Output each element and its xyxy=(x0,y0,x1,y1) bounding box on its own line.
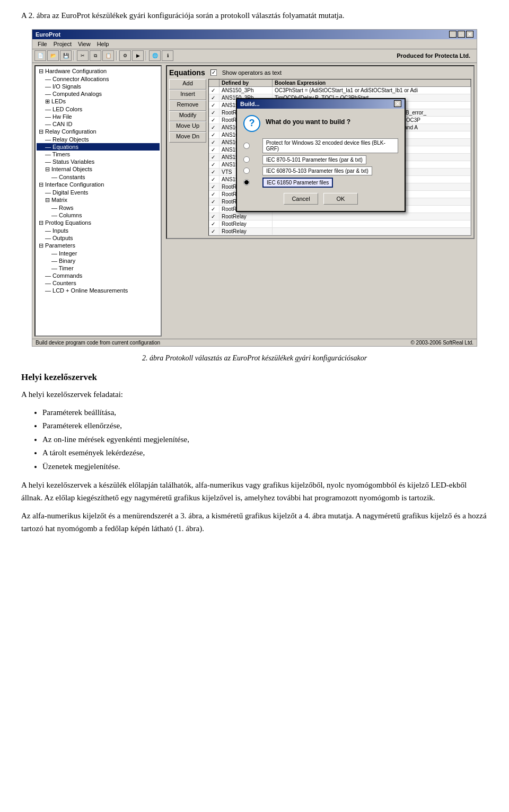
maximize-button[interactable]: □ xyxy=(458,31,465,38)
tree-panel[interactable]: ⊟ Hardware Configuration— Connector Allo… xyxy=(34,65,162,337)
menu-view[interactable]: View xyxy=(75,40,94,48)
tree-item-16[interactable]: — Digital Events xyxy=(37,189,160,196)
title-paragraph: A 2. ábra az EuroProt készülékek gyári k… xyxy=(21,10,488,22)
toolbar-copy[interactable]: ⧉ xyxy=(90,50,101,61)
tree-item-23[interactable]: ⊟ Parameters xyxy=(37,242,160,250)
toolbar-sep3 xyxy=(146,51,147,60)
tree-item-20[interactable]: ⊟ Protlog Equations xyxy=(37,219,160,227)
tree-item-8[interactable]: ⊟ Relay Configuration xyxy=(37,128,160,136)
minimize-button[interactable]: _ xyxy=(449,31,457,38)
eq-expression-18 xyxy=(273,220,471,227)
close-button[interactable]: ✕ xyxy=(466,31,473,38)
toolbar-paste[interactable]: 📋 xyxy=(102,50,114,61)
statusbar-left: Build device program code from current c… xyxy=(36,340,160,346)
eq-button-add[interactable]: Add xyxy=(169,79,206,90)
eq-check-2: ✓ xyxy=(209,102,220,109)
eq-button-remove[interactable]: Remove xyxy=(169,100,206,111)
eq-expression-17 xyxy=(273,213,471,220)
show-operators-checkbox[interactable]: ✓ xyxy=(210,69,217,76)
menu-help[interactable]: Help xyxy=(94,40,112,48)
tree-item-17[interactable]: ⊟ Matrix xyxy=(37,196,160,204)
eq-check-13: ✓ xyxy=(209,183,220,190)
menu-project[interactable]: Project xyxy=(50,40,75,48)
tree-item-4[interactable]: ⊞ LEDs xyxy=(37,98,160,105)
toolbar-save[interactable]: 💾 xyxy=(60,50,72,61)
eq-button-modify[interactable]: Modify xyxy=(169,111,206,121)
tree-item-7[interactable]: — CAN ID xyxy=(37,120,160,128)
section-paragraph-0-0: A helyi kezelőszervek feladatai: xyxy=(21,388,488,401)
tree-item-5[interactable]: — LED Colors xyxy=(37,105,160,113)
eq-row-18[interactable]: ✓RootRelay xyxy=(209,220,471,228)
dialog-radio-2[interactable] xyxy=(243,167,250,174)
eq-expression-0: OC3PhStart = (AdiStOCStart_Ia1 or AdiStO… xyxy=(273,87,471,94)
eq-check-8: ✓ xyxy=(209,146,220,153)
tree-item-25[interactable]: — Binary xyxy=(37,257,160,264)
tree-item-26[interactable]: — Timer xyxy=(37,264,160,272)
dialog-radio-0[interactable] xyxy=(243,143,250,149)
dialog-option-row-1[interactable]: IEC 870-5-101 Parameter files (par & txt… xyxy=(243,155,398,164)
titlebar-buttons: _ □ ✕ xyxy=(449,31,473,38)
toolbar-build[interactable]: ⚙ xyxy=(119,50,131,61)
dialog-cancel-button[interactable]: Cancel xyxy=(284,193,318,205)
dialog-ok-button[interactable]: OK xyxy=(323,193,358,205)
dialog-option-label-0: Protect for Windows 32 encoded device fi… xyxy=(262,138,398,153)
dialog-radio-1[interactable] xyxy=(243,156,250,163)
tree-item-19[interactable]: — Columns xyxy=(37,211,160,219)
eq-button-move-dn[interactable]: Move Dn xyxy=(169,132,206,143)
dialog-option-row-2[interactable]: IEC 60870-5-103 Parameter files (par & t… xyxy=(243,166,398,175)
tree-item-2[interactable]: — I/O Signals xyxy=(37,83,160,90)
eq-button-move-up[interactable]: Move Up xyxy=(169,121,206,132)
dialog-option-row-0[interactable]: Protect for Windows 32 encoded device fi… xyxy=(243,138,398,153)
dialog-option-label-2: IEC 60870-5-103 Parameter files (par & t… xyxy=(262,166,372,175)
dialog-title: Build... xyxy=(240,101,260,107)
eq-check-4: ✓ xyxy=(209,117,220,123)
toolbar-info[interactable]: ℹ xyxy=(162,50,173,61)
eq-check-14: ✓ xyxy=(209,191,220,198)
dialog-body: ? What do you want to build ? Protect fo… xyxy=(237,109,405,211)
tree-item-12[interactable]: — Status Variables xyxy=(37,158,160,165)
eq-defined-by-19: RootRelay xyxy=(220,228,273,235)
equations-panel: Equations ✓ Show operators as text AddIn… xyxy=(166,65,475,239)
dialog-close-button[interactable]: ✕ xyxy=(394,100,401,107)
tree-item-3[interactable]: — Computed Analogs xyxy=(37,90,160,98)
tree-item-1[interactable]: — Connector Allocations xyxy=(37,75,160,83)
eq-row-17[interactable]: ✓RootRelay xyxy=(209,213,471,220)
bullet-item-0-1: Paraméterek ellenőrzése, xyxy=(42,419,488,433)
tree-item-15[interactable]: ⊟ Interface Configuration xyxy=(37,181,160,189)
window-title: EuroProt xyxy=(36,31,60,38)
tree-item-18[interactable]: — Rows xyxy=(37,204,160,211)
tree-item-10[interactable]: — Equations xyxy=(37,143,160,151)
tree-item-9[interactable]: — Relay Objects xyxy=(37,136,160,143)
tree-item-22[interactable]: — Outputs xyxy=(37,234,160,242)
eq-button-insert[interactable]: Insert xyxy=(169,90,206,100)
show-operators-label: Show operators as text xyxy=(222,69,282,76)
tree-item-21[interactable]: — Inputs xyxy=(37,227,160,234)
eq-row-0[interactable]: ✓ANS150_3PhOC3PhStart = (AdiStOCStart_Ia… xyxy=(209,87,471,94)
tree-item-24[interactable]: — Integer xyxy=(37,250,160,257)
tree-item-28[interactable]: — Counters xyxy=(37,279,160,287)
tree-item-14[interactable]: — Constants xyxy=(37,173,160,181)
dialog-radio-3[interactable] xyxy=(243,179,250,186)
eq-row-19[interactable]: ✓RootRelay xyxy=(209,228,471,235)
toolbar-globe[interactable]: 🌐 xyxy=(149,50,161,61)
toolbar-cut[interactable]: ✂ xyxy=(77,50,89,61)
bullet-item-0-2: Az on-line mérések egyenkénti megjelenít… xyxy=(42,433,488,447)
tree-item-13[interactable]: ⊟ Internal Objects xyxy=(37,165,160,173)
tree-item-6[interactable]: — Hw File xyxy=(37,113,160,120)
dialog-option-label-1: IEC 870-5-101 Parameter files (par & txt… xyxy=(262,155,366,164)
eq-check-18: ✓ xyxy=(209,220,220,227)
toolbar-open[interactable]: 📂 xyxy=(47,50,59,61)
eq-check-17: ✓ xyxy=(209,213,220,220)
tree-item-11[interactable]: — Timers xyxy=(37,151,160,158)
eq-check-12: ✓ xyxy=(209,176,220,183)
dialog-option-row-3[interactable]: IEC 61850 Parameter files xyxy=(243,178,398,188)
toolbar-new[interactable]: 📄 xyxy=(34,50,46,61)
tree-item-0[interactable]: ⊟ Hardware Configuration xyxy=(37,67,160,75)
toolbar-run[interactable]: ▶ xyxy=(132,50,144,61)
tree-item-29[interactable]: — LCD + Online Measurements xyxy=(37,287,160,294)
menu-file[interactable]: File xyxy=(34,40,50,48)
eq-defined-by-0: ANS150_3Ph xyxy=(220,87,273,94)
tree-item-27[interactable]: — Commands xyxy=(37,272,160,279)
dialog-option-label-3: IEC 61850 Parameter files xyxy=(262,178,333,188)
dialog-options: Protect for Windows 32 encoded device fi… xyxy=(243,138,398,188)
